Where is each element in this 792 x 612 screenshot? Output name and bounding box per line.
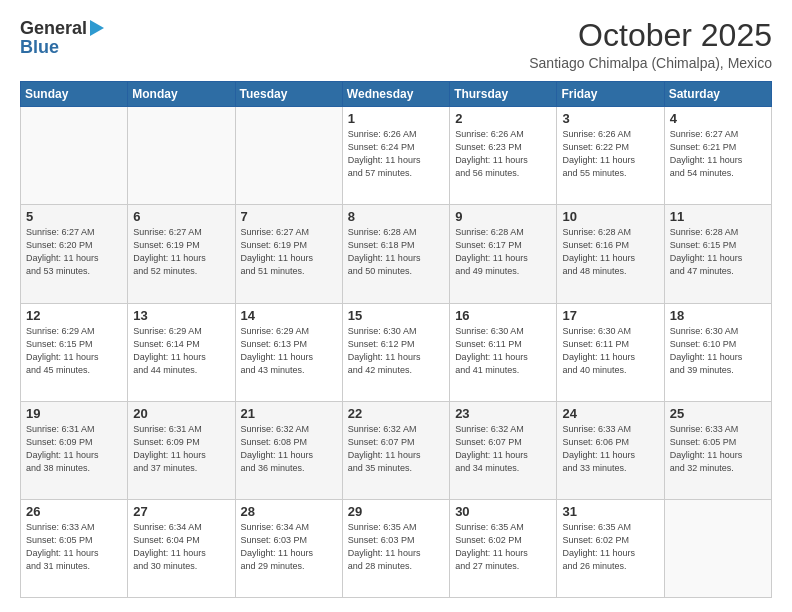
calendar-week-row: 1Sunrise: 6:26 AM Sunset: 6:24 PM Daylig… [21, 107, 772, 205]
calendar-day-31: 31Sunrise: 6:35 AM Sunset: 6:02 PM Dayli… [557, 499, 664, 597]
day-info: Sunrise: 6:34 AM Sunset: 6:04 PM Dayligh… [133, 521, 229, 573]
day-info: Sunrise: 6:35 AM Sunset: 6:02 PM Dayligh… [455, 521, 551, 573]
calendar-day-empty [664, 499, 771, 597]
day-number: 9 [455, 209, 551, 224]
calendar-day-8: 8Sunrise: 6:28 AM Sunset: 6:18 PM Daylig… [342, 205, 449, 303]
day-info: Sunrise: 6:27 AM Sunset: 6:20 PM Dayligh… [26, 226, 122, 278]
calendar-table: SundayMondayTuesdayWednesdayThursdayFrid… [20, 81, 772, 598]
calendar-day-4: 4Sunrise: 6:27 AM Sunset: 6:21 PM Daylig… [664, 107, 771, 205]
calendar-day-7: 7Sunrise: 6:27 AM Sunset: 6:19 PM Daylig… [235, 205, 342, 303]
day-info: Sunrise: 6:30 AM Sunset: 6:12 PM Dayligh… [348, 325, 444, 377]
calendar-day-5: 5Sunrise: 6:27 AM Sunset: 6:20 PM Daylig… [21, 205, 128, 303]
calendar-day-9: 9Sunrise: 6:28 AM Sunset: 6:17 PM Daylig… [450, 205, 557, 303]
day-info: Sunrise: 6:34 AM Sunset: 6:03 PM Dayligh… [241, 521, 337, 573]
calendar-day-18: 18Sunrise: 6:30 AM Sunset: 6:10 PM Dayli… [664, 303, 771, 401]
calendar-day-13: 13Sunrise: 6:29 AM Sunset: 6:14 PM Dayli… [128, 303, 235, 401]
day-info: Sunrise: 6:32 AM Sunset: 6:07 PM Dayligh… [348, 423, 444, 475]
day-number: 11 [670, 209, 766, 224]
location-title: Santiago Chimalpa (Chimalpa), Mexico [529, 55, 772, 71]
day-info: Sunrise: 6:32 AM Sunset: 6:07 PM Dayligh… [455, 423, 551, 475]
svg-marker-0 [90, 20, 104, 36]
day-number: 27 [133, 504, 229, 519]
day-number: 4 [670, 111, 766, 126]
day-number: 23 [455, 406, 551, 421]
day-number: 19 [26, 406, 122, 421]
day-info: Sunrise: 6:27 AM Sunset: 6:19 PM Dayligh… [241, 226, 337, 278]
calendar-day-14: 14Sunrise: 6:29 AM Sunset: 6:13 PM Dayli… [235, 303, 342, 401]
weekday-header-wednesday: Wednesday [342, 82, 449, 107]
day-number: 17 [562, 308, 658, 323]
header: General Blue October 2025 Santiago Chima… [20, 18, 772, 71]
day-info: Sunrise: 6:31 AM Sunset: 6:09 PM Dayligh… [26, 423, 122, 475]
day-number: 26 [26, 504, 122, 519]
calendar-day-17: 17Sunrise: 6:30 AM Sunset: 6:11 PM Dayli… [557, 303, 664, 401]
day-number: 10 [562, 209, 658, 224]
calendar-day-empty [235, 107, 342, 205]
day-info: Sunrise: 6:30 AM Sunset: 6:10 PM Dayligh… [670, 325, 766, 377]
day-info: Sunrise: 6:28 AM Sunset: 6:15 PM Dayligh… [670, 226, 766, 278]
calendar-day-19: 19Sunrise: 6:31 AM Sunset: 6:09 PM Dayli… [21, 401, 128, 499]
calendar-day-26: 26Sunrise: 6:33 AM Sunset: 6:05 PM Dayli… [21, 499, 128, 597]
weekday-header-monday: Monday [128, 82, 235, 107]
day-info: Sunrise: 6:26 AM Sunset: 6:24 PM Dayligh… [348, 128, 444, 180]
calendar-day-16: 16Sunrise: 6:30 AM Sunset: 6:11 PM Dayli… [450, 303, 557, 401]
day-number: 5 [26, 209, 122, 224]
calendar-day-3: 3Sunrise: 6:26 AM Sunset: 6:22 PM Daylig… [557, 107, 664, 205]
day-info: Sunrise: 6:30 AM Sunset: 6:11 PM Dayligh… [455, 325, 551, 377]
weekday-header-sunday: Sunday [21, 82, 128, 107]
calendar-day-28: 28Sunrise: 6:34 AM Sunset: 6:03 PM Dayli… [235, 499, 342, 597]
day-number: 1 [348, 111, 444, 126]
day-number: 14 [241, 308, 337, 323]
weekday-header-tuesday: Tuesday [235, 82, 342, 107]
calendar-day-12: 12Sunrise: 6:29 AM Sunset: 6:15 PM Dayli… [21, 303, 128, 401]
calendar-day-6: 6Sunrise: 6:27 AM Sunset: 6:19 PM Daylig… [128, 205, 235, 303]
day-info: Sunrise: 6:31 AM Sunset: 6:09 PM Dayligh… [133, 423, 229, 475]
day-info: Sunrise: 6:29 AM Sunset: 6:13 PM Dayligh… [241, 325, 337, 377]
day-info: Sunrise: 6:35 AM Sunset: 6:03 PM Dayligh… [348, 521, 444, 573]
day-info: Sunrise: 6:27 AM Sunset: 6:21 PM Dayligh… [670, 128, 766, 180]
day-number: 18 [670, 308, 766, 323]
day-number: 29 [348, 504, 444, 519]
day-number: 21 [241, 406, 337, 421]
calendar-day-27: 27Sunrise: 6:34 AM Sunset: 6:04 PM Dayli… [128, 499, 235, 597]
calendar-day-21: 21Sunrise: 6:32 AM Sunset: 6:08 PM Dayli… [235, 401, 342, 499]
day-number: 25 [670, 406, 766, 421]
calendar-day-1: 1Sunrise: 6:26 AM Sunset: 6:24 PM Daylig… [342, 107, 449, 205]
day-info: Sunrise: 6:33 AM Sunset: 6:06 PM Dayligh… [562, 423, 658, 475]
calendar-day-empty [21, 107, 128, 205]
day-number: 13 [133, 308, 229, 323]
logo: General Blue [20, 18, 104, 58]
day-number: 24 [562, 406, 658, 421]
calendar-day-10: 10Sunrise: 6:28 AM Sunset: 6:16 PM Dayli… [557, 205, 664, 303]
calendar-week-row: 12Sunrise: 6:29 AM Sunset: 6:15 PM Dayli… [21, 303, 772, 401]
day-number: 2 [455, 111, 551, 126]
day-info: Sunrise: 6:28 AM Sunset: 6:17 PM Dayligh… [455, 226, 551, 278]
calendar-day-11: 11Sunrise: 6:28 AM Sunset: 6:15 PM Dayli… [664, 205, 771, 303]
day-number: 28 [241, 504, 337, 519]
day-number: 16 [455, 308, 551, 323]
day-info: Sunrise: 6:29 AM Sunset: 6:14 PM Dayligh… [133, 325, 229, 377]
page: General Blue October 2025 Santiago Chima… [0, 0, 792, 612]
day-info: Sunrise: 6:29 AM Sunset: 6:15 PM Dayligh… [26, 325, 122, 377]
day-number: 8 [348, 209, 444, 224]
day-info: Sunrise: 6:32 AM Sunset: 6:08 PM Dayligh… [241, 423, 337, 475]
day-info: Sunrise: 6:33 AM Sunset: 6:05 PM Dayligh… [26, 521, 122, 573]
calendar-day-22: 22Sunrise: 6:32 AM Sunset: 6:07 PM Dayli… [342, 401, 449, 499]
day-info: Sunrise: 6:30 AM Sunset: 6:11 PM Dayligh… [562, 325, 658, 377]
day-number: 3 [562, 111, 658, 126]
day-number: 7 [241, 209, 337, 224]
day-info: Sunrise: 6:26 AM Sunset: 6:22 PM Dayligh… [562, 128, 658, 180]
day-info: Sunrise: 6:27 AM Sunset: 6:19 PM Dayligh… [133, 226, 229, 278]
logo-triangle-icon [90, 20, 104, 40]
calendar-day-2: 2Sunrise: 6:26 AM Sunset: 6:23 PM Daylig… [450, 107, 557, 205]
calendar-day-20: 20Sunrise: 6:31 AM Sunset: 6:09 PM Dayli… [128, 401, 235, 499]
day-number: 12 [26, 308, 122, 323]
day-info: Sunrise: 6:26 AM Sunset: 6:23 PM Dayligh… [455, 128, 551, 180]
day-info: Sunrise: 6:35 AM Sunset: 6:02 PM Dayligh… [562, 521, 658, 573]
day-number: 6 [133, 209, 229, 224]
day-number: 20 [133, 406, 229, 421]
day-info: Sunrise: 6:33 AM Sunset: 6:05 PM Dayligh… [670, 423, 766, 475]
title-block: October 2025 Santiago Chimalpa (Chimalpa… [529, 18, 772, 71]
calendar-week-row: 19Sunrise: 6:31 AM Sunset: 6:09 PM Dayli… [21, 401, 772, 499]
weekday-header-row: SundayMondayTuesdayWednesdayThursdayFrid… [21, 82, 772, 107]
